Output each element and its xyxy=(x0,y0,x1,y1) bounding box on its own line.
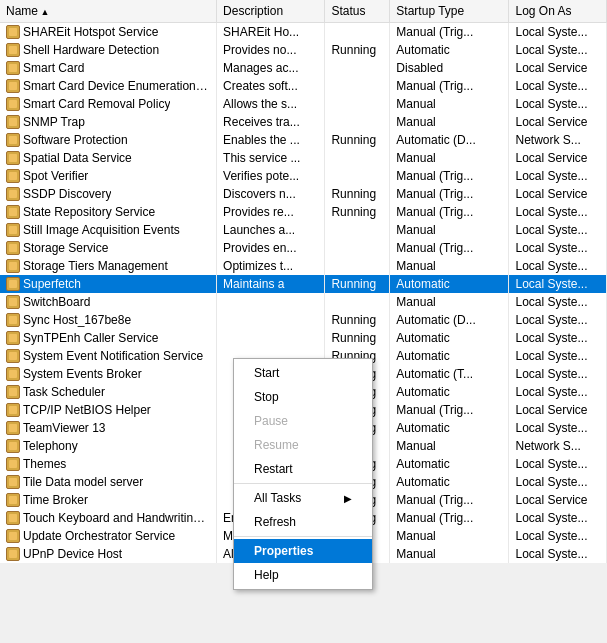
table-row[interactable]: Smart Card Removal PolicyAllows the s...… xyxy=(0,95,607,113)
column-header-name[interactable]: Name xyxy=(0,0,217,23)
service-icon xyxy=(6,43,20,57)
column-header-description[interactable]: Description xyxy=(217,0,325,23)
table-row[interactable]: Software ProtectionEnables the ...Runnin… xyxy=(0,131,607,149)
service-startup-cell: Automatic (D... xyxy=(390,131,509,149)
context-menu-item-label: Pause xyxy=(254,414,288,428)
context-menu-separator xyxy=(234,483,372,484)
service-startup-cell: Automatic xyxy=(390,383,509,401)
service-name-text: Smart Card xyxy=(23,61,84,75)
table-row[interactable]: Smart Card Device Enumeration ServiceCre… xyxy=(0,77,607,95)
table-row[interactable]: Shell Hardware DetectionProvides no...Ru… xyxy=(0,41,607,59)
table-row[interactable]: SynTPEnh Caller ServiceRunningAutomaticL… xyxy=(0,329,607,347)
service-icon xyxy=(6,439,20,453)
service-logon-cell: Local Syste... xyxy=(509,293,607,311)
service-description-cell: Maintains a xyxy=(217,275,325,293)
service-icon xyxy=(6,511,20,525)
service-icon xyxy=(6,403,20,417)
service-name-text: Themes xyxy=(23,457,66,471)
table-row[interactable]: SuperfetchMaintains aRunningAutomaticLoc… xyxy=(0,275,607,293)
service-startup-cell: Automatic xyxy=(390,347,509,365)
service-startup-cell: Manual (Trig... xyxy=(390,491,509,509)
table-row[interactable]: Spatial Data ServiceThis service ...Manu… xyxy=(0,149,607,167)
service-name-text: Shell Hardware Detection xyxy=(23,43,159,57)
service-description-cell: Provides no... xyxy=(217,41,325,59)
service-startup-cell: Automatic xyxy=(390,419,509,437)
service-name-cell: Superfetch xyxy=(0,275,217,293)
service-icon xyxy=(6,493,20,507)
service-logon-cell: Local Syste... xyxy=(509,455,607,473)
service-name-cell: Storage Tiers Management xyxy=(0,257,217,275)
context-menu-item-properties[interactable]: Properties xyxy=(234,539,372,563)
service-logon-cell: Local Syste... xyxy=(509,203,607,221)
service-startup-cell: Manual xyxy=(390,293,509,311)
service-logon-cell: Local Syste... xyxy=(509,95,607,113)
service-logon-cell: Local Syste... xyxy=(509,473,607,491)
table-row[interactable]: State Repository ServiceProvides re...Ru… xyxy=(0,203,607,221)
context-menu-item-help[interactable]: Help xyxy=(234,563,372,587)
column-header-status[interactable]: Status xyxy=(325,0,390,23)
context-menu-item-label: Resume xyxy=(254,438,299,452)
service-logon-cell: Local Syste... xyxy=(509,77,607,95)
service-icon xyxy=(6,349,20,363)
service-startup-cell: Manual xyxy=(390,545,509,563)
service-startup-cell: Disabled xyxy=(390,59,509,77)
context-menu-item-all-tasks[interactable]: All Tasks▶ xyxy=(234,486,372,510)
context-menu-item-label: Help xyxy=(254,568,279,582)
service-name-cell: Update Orchestrator Service xyxy=(0,527,217,545)
service-startup-cell: Manual xyxy=(390,149,509,167)
table-row[interactable]: Storage Tiers ManagementOptimizes t...Ma… xyxy=(0,257,607,275)
service-status-cell: Running xyxy=(325,329,390,347)
service-startup-cell: Automatic (D... xyxy=(390,311,509,329)
table-row[interactable]: SNMP TrapReceives tra...ManualLocal Serv… xyxy=(0,113,607,131)
service-startup-cell: Manual (Trig... xyxy=(390,401,509,419)
service-name-text: System Events Broker xyxy=(23,367,142,381)
service-status-cell: Running xyxy=(325,41,390,59)
service-description-cell: Allows the s... xyxy=(217,95,325,113)
table-row[interactable]: Still Image Acquisition EventsLaunches a… xyxy=(0,221,607,239)
service-startup-cell: Manual (Trig... xyxy=(390,203,509,221)
service-logon-cell: Local Syste... xyxy=(509,221,607,239)
service-name-text: TeamViewer 13 xyxy=(23,421,106,435)
column-header-logon[interactable]: Log On As xyxy=(509,0,607,23)
table-row[interactable]: SHAREit Hotspot ServiceSHAREit Ho...Manu… xyxy=(0,23,607,42)
service-startup-cell: Manual (Trig... xyxy=(390,509,509,527)
context-menu-item-start[interactable]: Start xyxy=(234,361,372,385)
context-menu-item-restart[interactable]: Restart xyxy=(234,457,372,481)
service-startup-cell: Manual (Trig... xyxy=(390,167,509,185)
table-row[interactable]: Storage ServiceProvides en...Manual (Tri… xyxy=(0,239,607,257)
service-name-cell: Shell Hardware Detection xyxy=(0,41,217,59)
service-icon xyxy=(6,169,20,183)
context-menu-item-label: Restart xyxy=(254,462,293,476)
service-icon xyxy=(6,115,20,129)
service-icon xyxy=(6,187,20,201)
service-name-cell: System Events Broker xyxy=(0,365,217,383)
table-row[interactable]: Smart CardManages ac...DisabledLocal Ser… xyxy=(0,59,607,77)
service-name-cell: Spot Verifier xyxy=(0,167,217,185)
submenu-arrow-icon: ▶ xyxy=(344,493,352,504)
service-name-cell: SNMP Trap xyxy=(0,113,217,131)
service-icon xyxy=(6,367,20,381)
context-menu-item-refresh[interactable]: Refresh xyxy=(234,510,372,534)
table-row[interactable]: SwitchBoardManualLocal Syste... xyxy=(0,293,607,311)
service-icon xyxy=(6,25,20,39)
service-status-cell xyxy=(325,293,390,311)
table-row[interactable]: Spot VerifierVerifies pote...Manual (Tri… xyxy=(0,167,607,185)
service-name-cell: Tile Data model server xyxy=(0,473,217,491)
service-logon-cell: Local Syste... xyxy=(509,41,607,59)
context-menu-item-resume: Resume xyxy=(234,433,372,457)
service-logon-cell: Local Syste... xyxy=(509,347,607,365)
service-description-cell: Optimizes t... xyxy=(217,257,325,275)
context-menu-item-stop[interactable]: Stop xyxy=(234,385,372,409)
service-name-text: TCP/IP NetBIOS Helper xyxy=(23,403,151,417)
column-header-startup[interactable]: Startup Type xyxy=(390,0,509,23)
table-row[interactable]: SSDP DiscoveryDiscovers n...RunningManua… xyxy=(0,185,607,203)
service-icon xyxy=(6,295,20,309)
service-description-cell xyxy=(217,311,325,329)
service-icon xyxy=(6,331,20,345)
table-row[interactable]: Sync Host_167be8eRunningAutomatic (D...L… xyxy=(0,311,607,329)
service-name-text: Time Broker xyxy=(23,493,88,507)
service-name-cell: SHAREit Hotspot Service xyxy=(0,23,217,42)
service-logon-cell: Local Syste... xyxy=(509,167,607,185)
service-name-text: Tile Data model server xyxy=(23,475,143,489)
service-startup-cell: Automatic xyxy=(390,275,509,293)
